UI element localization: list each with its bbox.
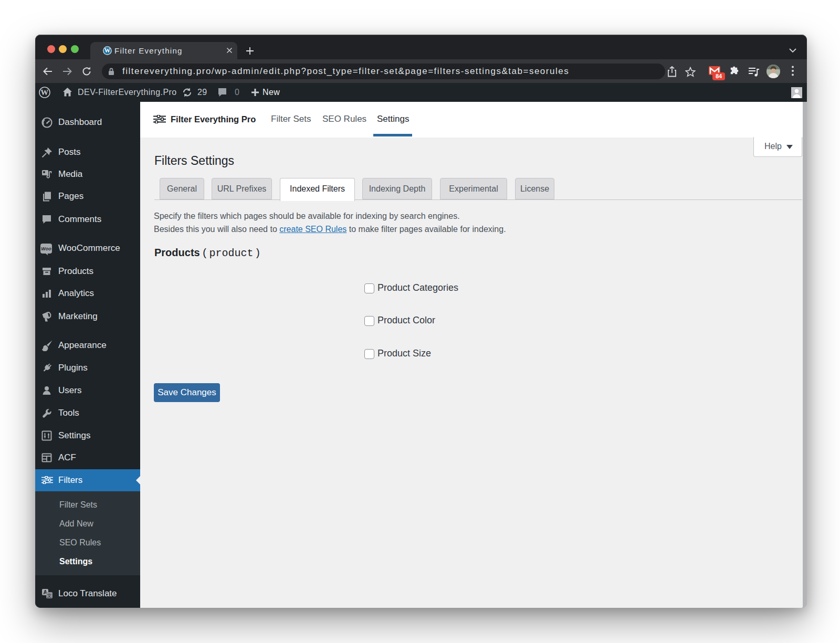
svg-text:W: W <box>104 47 111 54</box>
svg-text:Woo: Woo <box>41 246 51 251</box>
svg-text:W: W <box>40 88 48 97</box>
svg-text:文: 文 <box>47 593 52 598</box>
